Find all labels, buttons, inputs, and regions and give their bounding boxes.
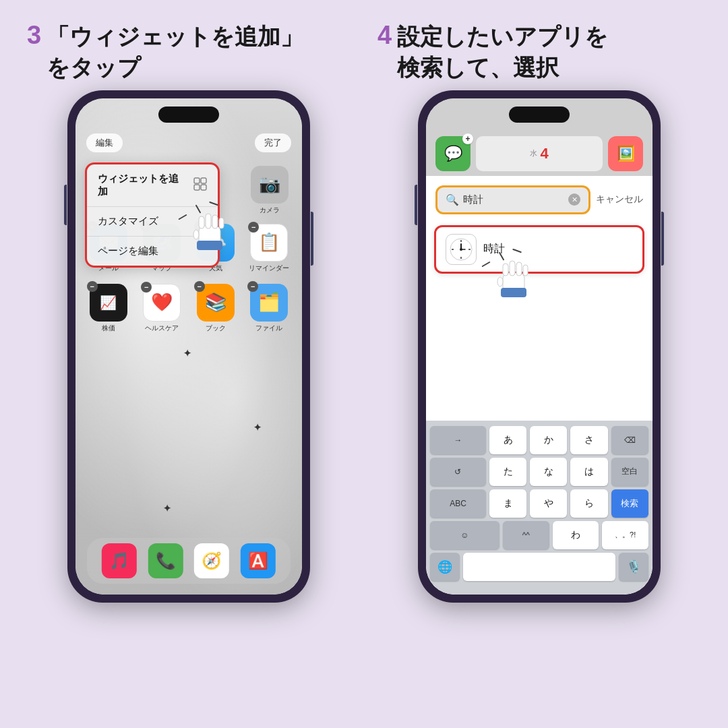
svg-rect-10 xyxy=(197,241,222,250)
dynamic-island-1 xyxy=(158,107,219,123)
svg-rect-2 xyxy=(194,185,200,190)
kb-search-key[interactable]: 検索 xyxy=(611,489,648,518)
dock-appstore[interactable]: 🅰️ xyxy=(241,543,276,578)
kb-emoji-key[interactable]: ☺ xyxy=(430,521,499,549)
star-deco-2: ✦ xyxy=(253,422,262,433)
search-input-text: 時計 xyxy=(463,193,483,206)
kb-row-4: ☺ ^^ わ 、。?! xyxy=(430,521,648,549)
kb-ka-key[interactable]: か xyxy=(530,426,567,454)
svg-rect-3 xyxy=(201,185,206,190)
kb-globe-key[interactable]: 🌐 xyxy=(430,553,460,581)
kb-mic-key[interactable]: 🎙️ xyxy=(619,553,648,581)
kb-ra-key[interactable]: ら xyxy=(570,489,607,518)
svg-rect-24 xyxy=(523,265,528,276)
svg-rect-1 xyxy=(201,178,206,183)
kb-caret-key[interactable]: ^^ xyxy=(503,521,549,549)
done-button[interactable]: 完了 xyxy=(255,133,291,152)
kb-ta-key[interactable]: た xyxy=(489,458,526,486)
hand-icon xyxy=(190,210,231,255)
edit-page-label: ページを編集 xyxy=(98,245,158,257)
clear-icon[interactable]: ✕ xyxy=(568,193,580,206)
star-deco-1: ✦ xyxy=(183,348,191,359)
app-books[interactable]: − 📚 ブック xyxy=(192,284,239,333)
phone-1: 編集 完了 ウィジェットを追加 xyxy=(67,90,310,603)
kb-bottom-row: 🌐 🎙️ xyxy=(430,553,648,581)
kb-undo-key[interactable]: ↺ xyxy=(430,458,486,486)
keyboard-area: → あ か さ ⌫ ↺ た な は 空白 xyxy=(426,421,653,595)
camera-label: カメラ xyxy=(251,206,289,215)
svg-point-25 xyxy=(497,277,503,286)
app-health-label: ヘルスケア xyxy=(145,324,179,333)
svg-rect-22 xyxy=(510,261,515,276)
step-3-label: 3 「ウィジェットを追加」をタップ xyxy=(27,22,351,84)
phone1-top-buttons: 編集 完了 xyxy=(75,131,302,158)
svg-rect-0 xyxy=(194,178,200,183)
kb-arrow-key[interactable]: → xyxy=(430,426,486,454)
svg-rect-26 xyxy=(501,288,526,297)
add-widget-label: ウィジェットを追加 xyxy=(98,173,188,198)
step-4-text: 設定したいアプリを検索して、選択 xyxy=(397,22,608,84)
step-4-num: 4 xyxy=(377,22,392,50)
hand-cursor-1 xyxy=(190,210,231,258)
svg-rect-21 xyxy=(503,264,508,276)
minus-badge: − xyxy=(87,281,98,292)
camera-icon: 📷 xyxy=(251,166,289,204)
kb-wa-key[interactable]: わ xyxy=(553,521,599,549)
phone-icon: 📞 xyxy=(148,543,183,578)
kb-ya-key[interactable]: や xyxy=(530,489,567,518)
step-3-text: 「ウィジェットを追加」をタップ xyxy=(47,22,303,84)
kb-ma-key[interactable]: ま xyxy=(489,489,526,518)
minus-badge: − xyxy=(247,281,258,292)
minus-badge: − xyxy=(194,281,205,292)
svg-point-9 xyxy=(193,230,199,239)
kb-delete-key[interactable]: ⌫ xyxy=(611,426,648,454)
kb-sa-key[interactable]: さ xyxy=(570,426,607,454)
dock-phone[interactable]: 📞 xyxy=(148,543,183,578)
result-clock-name: 時計 xyxy=(483,242,505,256)
calendar-date: 4 xyxy=(540,145,548,162)
svg-rect-5 xyxy=(199,216,204,229)
kb-spacebar[interactable] xyxy=(463,553,615,581)
clock-app-icon xyxy=(446,234,477,265)
app-reminders[interactable]: − 📋 リマインダー xyxy=(246,224,293,273)
phone1-screen: 編集 完了 ウィジェットを追加 xyxy=(75,98,302,595)
appstore-icon: 🅰️ xyxy=(241,543,276,578)
kb-abc-key[interactable]: ABC xyxy=(430,489,486,518)
kb-ha-key[interactable]: は xyxy=(570,458,607,486)
minus-badge: − xyxy=(141,282,152,293)
app-files[interactable]: − 🗂️ ファイル xyxy=(246,284,293,333)
camera-area: 📷 カメラ xyxy=(251,166,289,215)
edit-button[interactable]: 編集 xyxy=(86,133,123,152)
app-reminders-label: リマインダー xyxy=(249,264,289,273)
search-input-box[interactable]: 🔍 時計 ✕ xyxy=(435,185,590,214)
kb-space-key[interactable]: 空白 xyxy=(611,458,648,486)
app-stocks[interactable]: − 📈 株価 xyxy=(85,284,132,333)
app-files-label: ファイル xyxy=(255,324,282,333)
app-books-label: ブック xyxy=(206,324,226,333)
kb-na-key[interactable]: な xyxy=(530,458,567,486)
dock-safari[interactable]: 🧭 xyxy=(194,543,229,578)
app-grid-row2: − 📈 株価 − ❤️ ヘルスケア − xyxy=(75,278,302,338)
svg-rect-6 xyxy=(206,214,211,229)
dock-music[interactable]: 🎵 xyxy=(102,543,137,578)
star-deco-3: ✦ xyxy=(163,503,171,514)
messages-app-area: 💬 + xyxy=(435,136,471,171)
kb-punct-key[interactable]: 、。?! xyxy=(602,521,648,549)
app-stocks-label: 株価 xyxy=(102,324,115,333)
phone2-screen: 💬 + 水 4 🖼️ xyxy=(426,98,653,595)
phone-2: 💬 + 水 4 🖼️ xyxy=(418,90,661,603)
app-health[interactable]: − ❤️ ヘルスケア xyxy=(139,284,186,333)
photos-icon: 🖼️ xyxy=(617,145,635,162)
music-icon: 🎵 xyxy=(102,543,137,578)
search-overlay: 🔍 時計 ✕ キャンセル xyxy=(426,176,653,595)
menu-add-widget[interactable]: ウィジェットを追加 xyxy=(87,164,218,207)
step-3-num: 3 xyxy=(27,22,41,50)
plus-badge: + xyxy=(462,133,473,144)
cancel-button[interactable]: キャンセル xyxy=(596,193,643,206)
svg-rect-8 xyxy=(219,218,224,229)
search-result-row[interactable]: 時計 xyxy=(434,225,644,274)
dock-1: 🎵 📞 🧭 🅰️ xyxy=(87,538,291,584)
customize-label: カスタマイズ xyxy=(98,215,158,228)
kb-row-1: → あ か さ ⌫ xyxy=(430,426,648,454)
kb-a-key[interactable]: あ xyxy=(489,426,526,454)
